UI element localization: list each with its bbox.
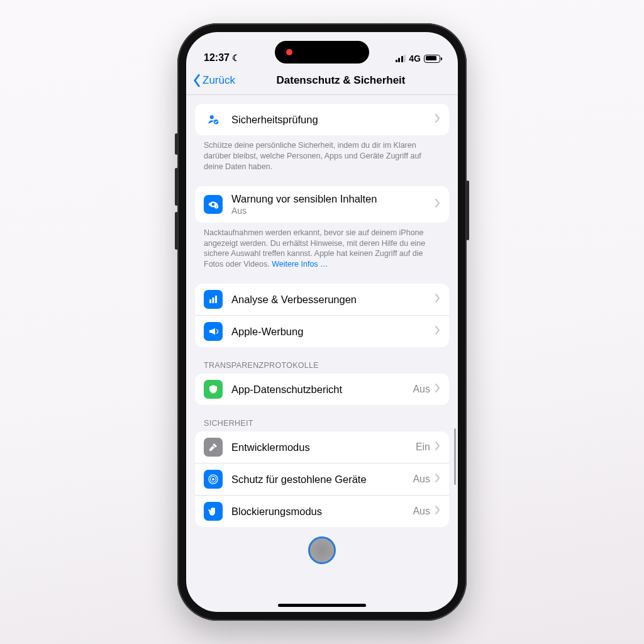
row-safety-check[interactable]: Sicherheitsprüfung	[195, 104, 449, 135]
screen: 12:37 ☾ 4G Zurück Datenschutz & Sicherhe…	[186, 32, 458, 612]
home-indicator[interactable]	[278, 604, 366, 607]
svg-point-0	[210, 115, 214, 119]
sensitive-content-footer: Nacktaufnahmen werden erkannt, bevor sie…	[195, 223, 449, 270]
row-value: Aus	[413, 384, 430, 395]
settings-content[interactable]: Sicherheitsprüfung Schütze deine persönl…	[186, 95, 458, 612]
radar-icon	[204, 470, 223, 489]
chevron-right-icon	[435, 199, 440, 210]
row-label: Sicherheitsprüfung	[231, 113, 435, 126]
chevron-right-icon	[435, 326, 440, 337]
row-apple-ads[interactable]: Apple-Werbung	[195, 316, 449, 347]
row-value: Ein	[416, 441, 430, 453]
row-label: App-Datenschutzbericht	[231, 383, 413, 396]
status-time: 12:37	[204, 52, 230, 64]
shield-icon	[204, 380, 223, 399]
dynamic-island	[275, 41, 369, 64]
row-developer-mode[interactable]: Entwicklermodus Ein	[195, 431, 449, 464]
do-not-disturb-icon: ☾	[232, 53, 240, 63]
svg-rect-5	[209, 299, 211, 303]
battery-icon	[424, 55, 440, 63]
row-label: Apple-Werbung	[231, 325, 435, 338]
svg-point-2	[212, 203, 215, 206]
svg-rect-6	[213, 297, 214, 303]
row-sensitive-content-warning[interactable]: ! Warnung vor sensiblen Inhalten Aus	[195, 186, 449, 223]
volume-up-button	[175, 168, 178, 206]
chevron-right-icon	[435, 114, 440, 125]
chevron-right-icon	[435, 384, 440, 395]
power-button	[466, 180, 469, 240]
megaphone-icon	[204, 322, 223, 341]
svg-point-8	[212, 478, 214, 480]
back-button[interactable]: Zurück	[192, 74, 235, 87]
bar-chart-icon	[204, 290, 223, 309]
hand-icon	[204, 502, 223, 521]
row-label: Schutz für gestohlene Geräte	[231, 473, 413, 486]
safety-check-icon	[204, 110, 223, 129]
row-lockdown-mode[interactable]: Blockierungsmodus Aus	[195, 496, 449, 527]
chevron-left-icon	[192, 74, 201, 87]
chevron-right-icon	[435, 294, 440, 305]
row-label: Blockierungsmodus	[231, 505, 413, 518]
chevron-right-icon	[435, 474, 440, 485]
eye-warning-icon: !	[204, 195, 223, 214]
volume-down-button	[175, 212, 178, 250]
scroll-indicator	[454, 428, 456, 485]
row-value: Aus	[413, 506, 430, 517]
svg-rect-7	[215, 296, 217, 303]
recording-indicator-icon	[286, 49, 292, 55]
chevron-right-icon	[435, 506, 440, 517]
more-info-link[interactable]: Weitere Infos …	[272, 260, 328, 269]
row-stolen-device-protection[interactable]: Schutz für gestohlene Geräte Aus	[195, 464, 449, 496]
row-value: Aus	[413, 474, 430, 485]
back-label: Zurück	[203, 74, 235, 87]
safety-check-footer: Schütze deine persönliche Sicherheit, in…	[195, 135, 449, 172]
row-label: Warnung vor sensiblen Inhalten	[231, 192, 435, 206]
row-label: Entwicklermodus	[231, 441, 416, 454]
row-app-privacy-report[interactable]: App-Datenschutzbericht Aus	[195, 374, 449, 405]
phone-frame: 12:37 ☾ 4G Zurück Datenschutz & Sicherhe…	[177, 23, 467, 621]
side-button	[175, 133, 178, 155]
network-label: 4G	[409, 53, 421, 64]
row-analytics[interactable]: Analyse & Verbesserungen	[195, 284, 449, 316]
row-value: Aus	[231, 206, 435, 216]
section-header-security: SICHERHEIT	[195, 405, 449, 431]
nav-bar: Zurück Datenschutz & Sicherheit	[186, 66, 458, 95]
hammer-icon	[204, 438, 223, 457]
section-header-transparency: TRANSPARENZPROTOKOLLE	[195, 347, 449, 374]
row-label: Analyse & Verbesserungen	[231, 293, 435, 306]
chevron-right-icon	[435, 441, 440, 453]
cellular-signal-icon	[396, 55, 406, 62]
